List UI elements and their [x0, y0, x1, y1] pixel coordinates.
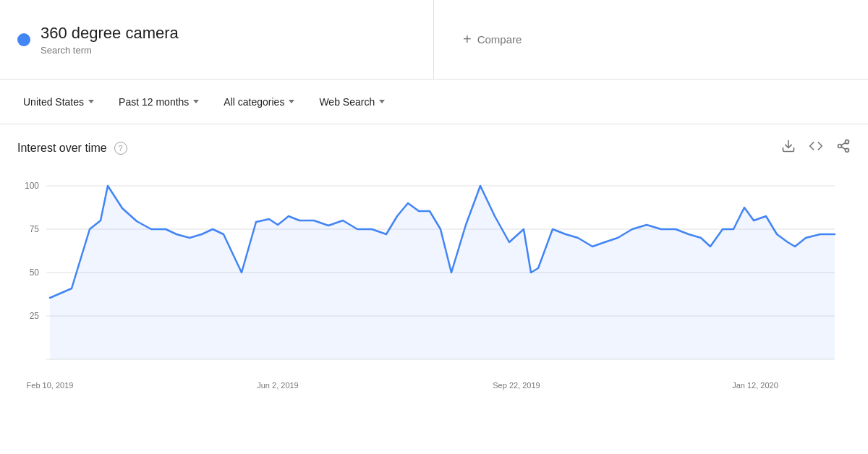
share-icon[interactable]: [836, 139, 851, 157]
interest-chart: 100 75 50 25 Feb 10, 2019 Jun 2, 2019 Se…: [17, 164, 851, 424]
svg-text:75: 75: [30, 224, 40, 234]
time-range-label: Past 12 months: [119, 96, 189, 108]
svg-text:Jan 12, 2020: Jan 12, 2020: [732, 381, 778, 390]
svg-text:Feb 10, 2019: Feb 10, 2019: [27, 381, 74, 390]
search-term-dot: [17, 33, 30, 46]
svg-text:Sep 22, 2019: Sep 22, 2019: [493, 381, 540, 390]
search-type-filter[interactable]: Web Search: [310, 90, 393, 113]
compare-section: + Compare: [434, 0, 868, 79]
search-term-title: 360 degree camera: [41, 24, 179, 43]
search-term-section: 360 degree camera Search term: [0, 0, 434, 79]
svg-text:50: 50: [30, 267, 40, 278]
svg-line-5: [841, 142, 846, 145]
compare-button[interactable]: + Compare: [463, 31, 522, 48]
download-icon[interactable]: [781, 139, 796, 157]
compare-label: Compare: [477, 33, 522, 46]
categories-label: All categories: [224, 96, 284, 108]
categories-chevron-icon: [289, 100, 294, 103]
search-term-block: 360 degree camera Search term: [41, 24, 179, 56]
page-header: 360 degree camera Search term + Compare: [0, 0, 868, 80]
search-type-label: Web Search: [319, 96, 375, 108]
chart-actions: [781, 139, 851, 157]
filter-bar: United States Past 12 months All categor…: [0, 80, 868, 124]
region-label: United States: [23, 96, 84, 108]
time-range-chevron-icon: [193, 100, 199, 103]
svg-text:25: 25: [30, 311, 40, 321]
help-icon[interactable]: ?: [114, 142, 127, 155]
search-type-chevron-icon: [379, 100, 385, 103]
plus-icon: +: [463, 31, 472, 48]
chart-header: Interest over time ?: [17, 139, 851, 157]
search-term-subtitle: Search term: [41, 45, 179, 56]
chart-section: Interest over time ?: [0, 124, 868, 424]
chart-title-row: Interest over time ?: [17, 142, 127, 155]
categories-filter[interactable]: All categories: [215, 90, 303, 113]
time-range-filter[interactable]: Past 12 months: [110, 90, 208, 113]
svg-text:100: 100: [25, 181, 39, 191]
chart-container: 100 75 50 25 Feb 10, 2019 Jun 2, 2019 Se…: [17, 164, 851, 424]
svg-text:Jun 2, 2019: Jun 2, 2019: [257, 381, 299, 390]
svg-line-4: [841, 147, 846, 149]
region-chevron-icon: [88, 100, 94, 103]
embed-icon[interactable]: [809, 139, 823, 157]
interest-area: [50, 186, 835, 359]
chart-title: Interest over time: [17, 142, 107, 155]
region-filter[interactable]: United States: [14, 90, 103, 113]
